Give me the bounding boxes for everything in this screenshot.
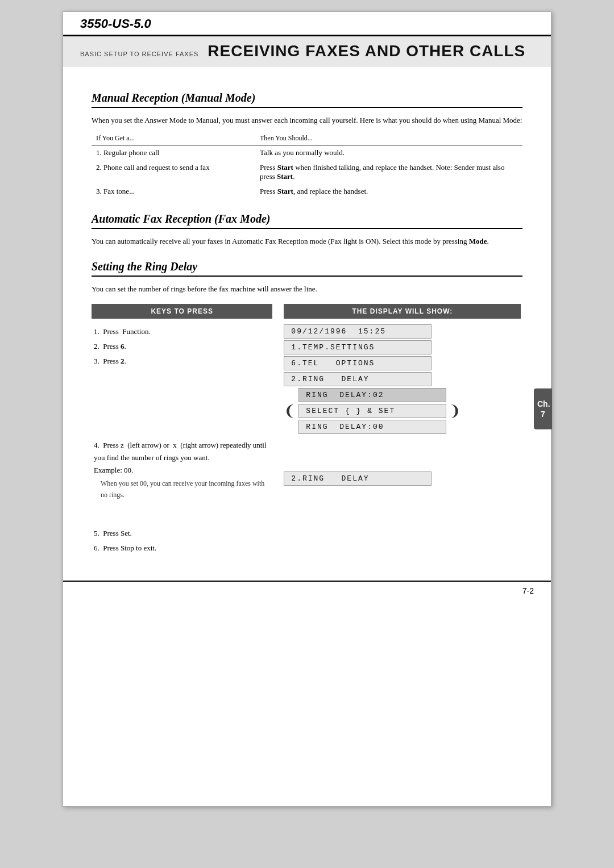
lcd-screen-temp-settings: 1.TEMP.SETTINGS — [284, 340, 432, 354]
keys-content: 1. Press Function. 2. Press 6. 3. Press … — [92, 319, 272, 377]
model-number: 3550-US-5.0 — [80, 16, 151, 31]
table-cell: Press Start, and replace the handset. — [255, 184, 522, 199]
table-cell: 1. Regular phone call — [92, 145, 255, 160]
list-item: 4. Press z (left arrow) or x (right arro… — [94, 439, 270, 501]
header-small-text: BASIC SETUP TO RECEIVE FAXES — [80, 51, 198, 57]
keys-display-layout: KEYS TO PRESS 1. Press Function. 2. Pres… — [92, 304, 522, 564]
page: 3550-US-5.0 BASIC SETUP TO RECEIVE FAXES… — [63, 11, 551, 807]
steps-list-lower: 4. Press z (left arrow) or x (right arro… — [92, 439, 272, 510]
list-item: 6. Press Stop to exit. — [94, 542, 270, 554]
auto-fax-heading: Automatic Fax Reception (Fax Mode) — [92, 212, 522, 229]
steps-list: 1. Press Function. 2. Press 6. 3. Press … — [94, 326, 270, 368]
table-row: 1. Regular phone call Talk as you normal… — [92, 145, 522, 160]
lcd-screen-ring-delay-bottom: 2.RING DELAY — [284, 471, 432, 486]
page-footer: 7-2 — [63, 581, 551, 600]
table-col2-header: Then You Should... — [255, 132, 522, 145]
ring-delay-intro: You can set the number of rings before t… — [92, 283, 522, 295]
curved-arrow-right: ❩ — [449, 402, 461, 420]
lcd-screen-ring-delay: 2.RING DELAY — [284, 372, 432, 386]
manual-reception-table: If You Get a... Then You Should... 1. Re… — [92, 132, 522, 199]
display-screens: 09/12/1996 15:25 1.TEMP.SETTINGS 6.TEL O… — [284, 319, 521, 491]
manual-reception-intro: When you set the Answer Mode to Manual, … — [92, 115, 522, 126]
steps-list-4: 4. Press z (left arrow) or x (right arro… — [94, 439, 270, 501]
page-number: 7-2 — [522, 586, 534, 595]
curved-arrow-left: ❨ — [284, 402, 296, 420]
manual-reception-section: Manual Reception (Manual Mode) When you … — [92, 91, 522, 199]
table-cell: Press Start when finished talking, and r… — [255, 160, 522, 184]
lcd-screen-tel-options: 6.TEL OPTIONS — [284, 356, 432, 370]
lcd-screen-ring-delay-00: RING DELAY:00 — [298, 420, 446, 434]
header-section: BASIC SETUP TO RECEIVE FAXES RECEIVING F… — [63, 36, 551, 66]
table-col1-header: If You Get a... — [92, 132, 255, 145]
steps-list-5-6: 5. Press Set. 6. Press Stop to exit. — [94, 527, 270, 554]
chapter-tab: Ch.7 — [534, 389, 552, 429]
manual-reception-heading: Manual Reception (Manual Mode) — [92, 91, 522, 108]
table-row: 2. Phone call and request to send a fax … — [92, 160, 522, 184]
keys-column: KEYS TO PRESS 1. Press Function. 2. Pres… — [92, 304, 272, 564]
main-content: Manual Reception (Manual Mode) When you … — [63, 66, 551, 581]
top-bar: 3550-US-5.0 — [63, 12, 551, 36]
list-item: 5. Press Set. — [94, 527, 270, 540]
auto-fax-body: You can automatically receive all your f… — [92, 236, 522, 247]
display-column: THE DISPLAY WILL SHOW: 09/12/1996 15:25 … — [284, 304, 521, 491]
table-cell: 3. Fax tone... — [92, 184, 255, 199]
steps-5-6: 5. Press Set. 6. Press Stop to exit. — [92, 527, 272, 564]
table-row: 3. Fax tone... Press Start, and replace … — [92, 184, 522, 199]
chapter-tab-label: Ch.7 — [537, 399, 550, 419]
table-cell: Talk as you normally would. — [255, 145, 522, 160]
ring-delay-section: Setting the Ring Delay You can set the n… — [92, 260, 522, 564]
header-large-text: RECEIVING FAXES AND OTHER CALLS — [208, 42, 525, 60]
lcd-screen-ring-delay-02: RING DELAY:02 — [298, 388, 446, 402]
keys-header: KEYS TO PRESS — [92, 304, 272, 319]
lcd-screen-select: SELECT { } & SET — [298, 404, 446, 418]
lcd-screen-datetime: 09/12/1996 15:25 — [284, 324, 432, 339]
table-cell: 2. Phone call and request to send a fax — [92, 160, 255, 184]
auto-fax-section: Automatic Fax Reception (Fax Mode) You c… — [92, 212, 522, 247]
list-item: 3. Press 2. — [94, 355, 270, 368]
display-header: THE DISPLAY WILL SHOW: — [284, 304, 521, 319]
list-item: 1. Press Function. — [94, 326, 270, 338]
ring-delay-heading: Setting the Ring Delay — [92, 260, 522, 277]
step-note: When you set 00, you can receive your in… — [101, 478, 270, 501]
list-item: 2. Press 6. — [94, 340, 270, 353]
